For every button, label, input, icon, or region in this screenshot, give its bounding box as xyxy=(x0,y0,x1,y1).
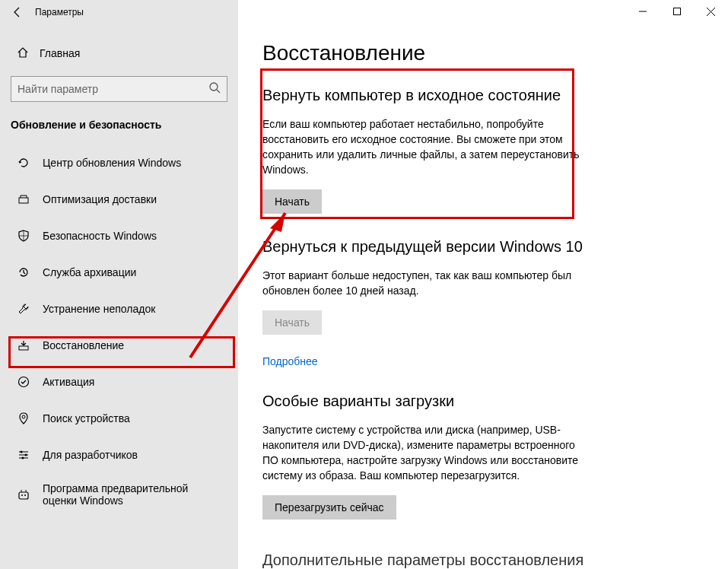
backup-icon xyxy=(17,265,30,279)
back-button[interactable] xyxy=(0,0,35,24)
sidebar-item-label: Для разработчиков xyxy=(43,449,138,461)
sidebar-item-troubleshoot[interactable]: Устранение неполадок xyxy=(0,291,238,327)
svg-line-5 xyxy=(217,90,220,93)
sidebar-item-label: Безопасность Windows xyxy=(43,230,157,242)
sidebar: Главная Найти параметр Обновление и безо… xyxy=(0,0,238,569)
section-goback: Вернуться к предыдущей версии Windows 10… xyxy=(262,238,590,368)
location-icon xyxy=(17,412,30,425)
section-heading: Особые варианты загрузки xyxy=(262,393,590,410)
main-content: Восстановление Вернуть компьютер в исход… xyxy=(238,0,728,569)
sidebar-item-label: Устранение неполадок xyxy=(43,303,155,315)
sidebar-item-windows-update[interactable]: Центр обновления Windows xyxy=(0,145,238,181)
section-reset: Вернуть компьютер в исходное состояние Е… xyxy=(262,87,590,214)
sidebar-item-delivery[interactable]: Оптимизация доставки xyxy=(0,181,238,218)
window-title: Параметры xyxy=(35,7,84,17)
nav-list: Центр обновления Windows Оптимизация дос… xyxy=(0,145,238,516)
home-label: Главная xyxy=(40,47,80,59)
section-text: Запустите систему с устройства или диска… xyxy=(262,422,590,483)
recovery-icon xyxy=(17,339,30,352)
category-header: Обновление и безопасность xyxy=(0,102,238,140)
insider-icon xyxy=(17,488,30,501)
section-heading: Вернуться к предыдущей версии Windows 10 xyxy=(262,238,590,256)
home-link[interactable]: Главная xyxy=(0,38,238,68)
search-input[interactable]: Найти параметр xyxy=(11,76,227,102)
truncated-heading: Дополнительные параметры восстановления xyxy=(262,552,583,569)
svg-point-15 xyxy=(21,451,23,453)
svg-point-19 xyxy=(21,494,23,496)
wrench-icon xyxy=(17,302,30,316)
svg-rect-6 xyxy=(19,198,28,203)
sidebar-item-label: Поиск устройства xyxy=(43,412,130,424)
section-advanced-startup: Особые варианты загрузки Запустите систе… xyxy=(262,393,590,520)
sliders-icon xyxy=(17,448,30,462)
shield-icon xyxy=(17,229,30,243)
restart-now-button[interactable]: Перезагрузить сейчас xyxy=(262,495,396,520)
update-icon xyxy=(17,156,30,170)
sidebar-item-recovery[interactable]: Восстановление xyxy=(0,327,238,364)
delivery-icon xyxy=(17,192,30,206)
sidebar-item-backup[interactable]: Служба архивации xyxy=(0,254,238,291)
search-placeholder: Найти параметр xyxy=(17,83,98,95)
maximize-button[interactable] xyxy=(660,0,694,23)
search-icon xyxy=(208,81,221,97)
sidebar-item-label: Центр обновления Windows xyxy=(43,157,181,169)
sidebar-item-label: Восстановление xyxy=(43,339,124,351)
minimize-button[interactable] xyxy=(625,0,660,23)
svg-rect-18 xyxy=(19,492,28,499)
section-heading: Вернуть компьютер в исходное состояние xyxy=(262,87,590,104)
svg-rect-1 xyxy=(673,8,680,15)
reset-start-button[interactable]: Начать xyxy=(262,189,322,214)
svg-rect-9 xyxy=(19,346,28,350)
learn-more-link[interactable]: Подробнее xyxy=(262,355,318,367)
svg-point-20 xyxy=(24,494,26,496)
sidebar-item-label: Активация xyxy=(43,376,94,388)
home-icon xyxy=(17,46,29,61)
svg-point-11 xyxy=(22,415,25,418)
svg-point-10 xyxy=(19,377,29,387)
sidebar-item-insider[interactable]: Программа предварительной оценки Windows xyxy=(0,473,238,516)
sidebar-item-developer[interactable]: Для разработчиков xyxy=(0,437,238,473)
page-title: Восстановление xyxy=(262,41,722,65)
sidebar-item-findmydevice[interactable]: Поиск устройства xyxy=(0,400,238,437)
sidebar-item-security[interactable]: Безопасность Windows xyxy=(0,218,238,254)
svg-point-4 xyxy=(210,83,218,91)
sidebar-item-activation[interactable]: Активация xyxy=(0,364,238,400)
svg-point-16 xyxy=(25,454,27,456)
close-button[interactable] xyxy=(694,0,728,23)
goback-start-button: Начать xyxy=(262,310,322,335)
sidebar-item-label: Служба архивации xyxy=(43,266,136,278)
section-text: Если ваш компьютер работает нестабильно,… xyxy=(262,116,590,177)
checkmark-icon xyxy=(17,375,30,389)
sidebar-item-label: Оптимизация доставки xyxy=(43,193,157,205)
svg-point-17 xyxy=(22,457,24,459)
section-text: Этот вариант больше недоступен, так как … xyxy=(262,268,590,298)
sidebar-item-label: Программа предварительной оценки Windows xyxy=(43,482,218,507)
